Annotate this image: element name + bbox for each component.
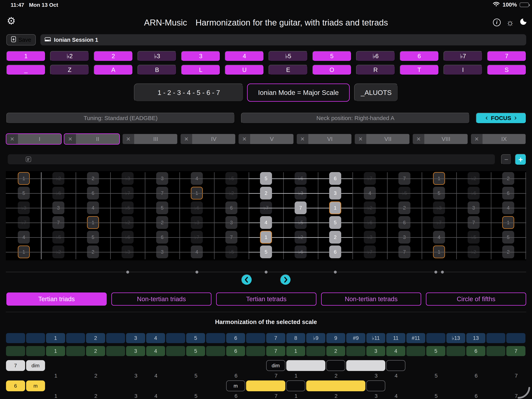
position-tab-IX[interactable]: ✕IX (470, 133, 526, 145)
chord-legend-m[interactable]: m (26, 380, 45, 391)
fret-cell[interactable]: 6 (329, 246, 341, 258)
scale-word-button[interactable]: _ALUOTS (354, 83, 398, 102)
degree-pill[interactable]: 4 (386, 346, 405, 356)
chord-pill[interactable] (386, 360, 405, 371)
neck-position-button[interactable]: Neck position: Right-handed A (241, 113, 470, 124)
chord-pill[interactable]: m (226, 380, 245, 391)
fret-cell[interactable]: 5 (260, 172, 272, 185)
tension-pill[interactable]: 6 (226, 333, 245, 343)
tension-pill[interactable]: 5 (186, 333, 205, 343)
zoom-out-button[interactable]: − (501, 154, 512, 165)
degree-pill[interactable]: 7 (266, 346, 285, 356)
degree-pill[interactable]: 5 (426, 346, 445, 356)
close-icon[interactable]: ✕ (413, 134, 424, 144)
fret-cell[interactable]: 2 (329, 231, 341, 244)
degree-button-2[interactable]: 2 (94, 51, 133, 61)
close-icon[interactable]: ✕ (355, 134, 366, 144)
degree-pill[interactable] (66, 346, 85, 356)
position-tab-VI[interactable]: ✕VI (296, 133, 352, 145)
chord-legend-7[interactable]: 7 (6, 360, 25, 371)
tension-pill[interactable] (66, 333, 85, 343)
tension-pill[interactable] (166, 333, 185, 343)
tension-pill[interactable]: #9 (346, 333, 365, 343)
fret-cell[interactable]: 5 (260, 246, 272, 258)
chord-pill[interactable] (326, 360, 345, 371)
session-bar[interactable]: Ionian Session 1 (40, 34, 526, 45)
tension-pill[interactable]: 9 (326, 333, 345, 343)
degree-pill[interactable]: 2 (86, 346, 105, 356)
degree-pill[interactable]: 6 (226, 346, 245, 356)
degree-pill[interactable]: 3 (126, 346, 145, 356)
degree-pill[interactable]: 3 (366, 346, 386, 356)
fret-cell[interactable]: 3 (329, 187, 341, 200)
save-button[interactable]: Save (6, 34, 36, 45)
letter-button-I[interactable]: I (443, 65, 482, 75)
close-icon[interactable]: ✕ (64, 134, 76, 144)
info-icon[interactable]: i (493, 19, 501, 26)
chord-pill[interactable] (306, 380, 365, 391)
letter-button-B[interactable]: B (137, 65, 177, 75)
tension-pill[interactable]: 3 (126, 333, 145, 343)
tension-pill[interactable] (426, 333, 445, 343)
degree-pill[interactable]: 1 (286, 346, 305, 356)
degree-pill[interactable]: 6 (466, 346, 485, 356)
chord-pill[interactable] (246, 380, 285, 391)
chord-pill[interactable] (286, 360, 325, 371)
fret-cell[interactable]: 7 (295, 202, 307, 214)
tension-pill[interactable]: 2 (86, 333, 105, 343)
scale-numbers-button[interactable]: 1 - 2 - 3 - 4 - 5 - 6 - 7 (134, 83, 244, 102)
degree-pill[interactable] (346, 346, 365, 356)
position-tab-IV[interactable]: ✕IV (180, 133, 236, 145)
letter-button-S[interactable]: S (487, 65, 526, 75)
fret-cell[interactable]: 1 (329, 202, 341, 214)
tension-pill[interactable] (206, 333, 225, 343)
position-tab-III[interactable]: ✕III (122, 133, 178, 145)
letter-button-L[interactable]: L (181, 65, 220, 75)
close-icon[interactable]: ✕ (297, 134, 308, 144)
previous-position-button[interactable] (241, 274, 252, 285)
degree-pill[interactable]: 7 (506, 346, 526, 356)
fret-cell[interactable]: 4 (260, 216, 272, 229)
chord-pill[interactable] (366, 380, 386, 391)
degree-button-♭7[interactable]: ♭7 (443, 51, 482, 61)
chord-legend-dim[interactable]: dim (26, 360, 45, 371)
letter-button-_[interactable]: _ (6, 65, 45, 75)
mode-name-button[interactable]: Ionian Mode = Major Scale (247, 83, 350, 102)
chord-pill[interactable]: dim (266, 360, 285, 371)
degree-button-♭5[interactable]: ♭5 (268, 51, 308, 61)
close-icon[interactable]: ✕ (181, 134, 192, 144)
degree-button-♭6[interactable]: ♭6 (356, 51, 395, 61)
close-icon[interactable]: ✕ (471, 134, 482, 144)
tension-pill[interactable] (106, 333, 125, 343)
tension-pill[interactable]: #11 (406, 333, 425, 343)
letter-button-A[interactable]: A (94, 65, 133, 75)
degree-pill[interactable] (306, 346, 325, 356)
fret-cell[interactable]: 2 (260, 187, 272, 200)
view-tab-tertian-triads[interactable]: Tertian triads (6, 292, 107, 306)
tension-pill[interactable]: 4 (146, 333, 165, 343)
view-tab-circle-of-fifths[interactable]: Circle of fifths (426, 292, 526, 306)
position-tab-V[interactable]: ✕V (238, 133, 294, 145)
tension-pill[interactable]: 13 (466, 333, 485, 343)
light-mode-sun-icon[interactable]: ☼ (506, 19, 514, 26)
tension-pill[interactable] (486, 333, 506, 343)
degree-button-♭2[interactable]: ♭2 (50, 51, 89, 61)
view-tab-non-tertian-triads[interactable]: Non-tertian triads (111, 292, 212, 306)
degree-button-6[interactable]: 6 (400, 51, 439, 61)
tension-pill[interactable] (246, 333, 265, 343)
degree-pill[interactable] (6, 346, 25, 356)
focus-button[interactable]: ‹ FOCUS › (476, 113, 526, 124)
degree-pill[interactable]: 5 (186, 346, 205, 356)
zoom-in-button[interactable]: + (515, 154, 526, 165)
tension-pill[interactable]: 11 (386, 333, 405, 343)
tension-pill[interactable]: ♭9 (306, 333, 325, 343)
letter-button-Z[interactable]: Z (50, 65, 89, 75)
position-tab-II[interactable]: ✕II (64, 133, 120, 145)
letter-button-O[interactable]: O (312, 65, 351, 75)
tension-pill[interactable] (506, 333, 526, 343)
close-icon[interactable]: ✕ (6, 134, 18, 144)
degree-pill[interactable]: 4 (146, 346, 165, 356)
degree-pill[interactable] (166, 346, 185, 356)
fret-cell[interactable]: 1 (260, 231, 272, 244)
degree-pill[interactable] (246, 346, 265, 356)
